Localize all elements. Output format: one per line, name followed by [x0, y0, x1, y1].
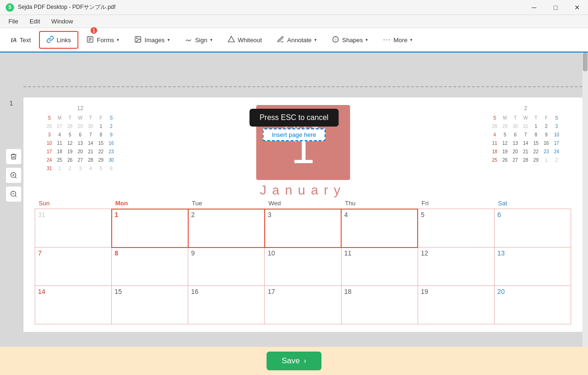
- calendar-cell-8: 8: [112, 248, 188, 286]
- scrollbar-thumb[interactable]: [583, 52, 588, 71]
- save-label: Save: [282, 356, 300, 366]
- sign-tool-button[interactable]: Sign ▾: [178, 31, 220, 49]
- svg-line-9: [15, 177, 16, 178]
- main-area: Insert page here Press ESC to cancel 1: [0, 52, 588, 347]
- calendar-cell-6: 6: [494, 209, 571, 248]
- zoom-out-button[interactable]: [6, 186, 22, 202]
- text-icon: IA: [11, 37, 17, 44]
- calendar-cell-12: 12: [418, 248, 494, 286]
- annotate-dropdown-icon: ▾: [314, 38, 317, 42]
- zoom-in-button[interactable]: [6, 167, 22, 183]
- images-dropdown-icon: ▾: [168, 38, 170, 42]
- whiteout-icon: [228, 36, 235, 45]
- delete-page-button[interactable]: [6, 149, 22, 165]
- calendar-cell-11: 11: [341, 248, 418, 286]
- calendar-cell-19: 19: [418, 286, 494, 324]
- toolbar: 1 IA Text Links Forms ▾: [0, 28, 588, 52]
- col-fri: Fri: [418, 198, 494, 209]
- col-tue: Tue: [188, 198, 265, 209]
- prev-month-calendar: 12 SMTWTFS 262728293012 3456789: [44, 105, 116, 172]
- menu-file[interactable]: File: [4, 16, 23, 26]
- text-tool-button[interactable]: IA Text: [4, 31, 38, 49]
- maximize-button[interactable]: □: [545, 0, 566, 15]
- shapes-icon: [332, 36, 339, 45]
- images-tool-button[interactable]: Images ▾: [127, 31, 177, 49]
- page-number: 1: [9, 99, 13, 107]
- shapes-tool-button[interactable]: Shapes ▾: [325, 31, 375, 49]
- forms-dropdown-icon: ▾: [117, 38, 119, 42]
- more-icon: ···: [383, 36, 390, 44]
- shapes-dropdown-icon: ▾: [366, 38, 368, 42]
- calendar-cell-13: 13: [494, 248, 571, 286]
- save-arrow-icon: ›: [304, 356, 306, 366]
- save-button[interactable]: Save ›: [267, 352, 321, 370]
- menu-edit[interactable]: Edit: [25, 16, 45, 26]
- forms-tool-button[interactable]: Forms ▾: [79, 31, 126, 49]
- col-wed: Wed: [265, 198, 341, 209]
- insert-page-bar: Insert page here: [262, 128, 326, 141]
- sign-tool-label: Sign: [195, 37, 207, 44]
- calendar-cell-18: 18: [341, 286, 418, 324]
- month-name: January: [260, 183, 346, 198]
- whiteout-tool-button[interactable]: Whiteout: [221, 31, 269, 49]
- annotate-tool-button[interactable]: Annotate ▾: [270, 31, 324, 49]
- text-tool-label: Text: [20, 37, 31, 44]
- whiteout-tool-label: Whiteout: [238, 37, 262, 44]
- svg-marker-6: [228, 36, 234, 42]
- shapes-tool-label: Shapes: [342, 37, 363, 44]
- calendar-cell-15: 15: [112, 286, 188, 324]
- calendar-cell-5: 5: [418, 209, 494, 248]
- more-dropdown-icon: ▾: [410, 38, 412, 42]
- esc-tooltip: Press ESC to cancel: [249, 109, 339, 127]
- calendar-cell-2: 2: [188, 209, 265, 248]
- calendar-cell-9: 9: [188, 248, 265, 286]
- sign-icon: [185, 36, 192, 45]
- table-row: 7 8 9 10 11 12 13: [35, 248, 571, 286]
- left-tools: [6, 149, 22, 202]
- menu-window[interactable]: Window: [46, 16, 77, 26]
- badge: 1: [91, 27, 97, 34]
- insert-page-button[interactable]: Insert page here: [262, 128, 326, 141]
- scrollbar[interactable]: [582, 52, 588, 347]
- menu-bar: File Edit Window: [0, 15, 588, 28]
- col-mon: Mon: [112, 198, 188, 209]
- forms-tool-label: Forms: [97, 37, 114, 44]
- annotate-tool-label: Annotate: [287, 37, 312, 44]
- images-tool-label: Images: [145, 37, 165, 44]
- sign-dropdown-icon: ▾: [210, 38, 213, 42]
- more-tool-button[interactable]: ··· More ▾: [376, 31, 420, 49]
- calendar-cell-1: 1: [112, 209, 188, 248]
- svg-line-13: [15, 195, 16, 197]
- calendar-cell-31-outside: 31: [35, 209, 112, 248]
- calendar-cell-16: 16: [188, 286, 265, 324]
- calendar-cell-10: 10: [265, 248, 341, 286]
- window-title: Sejda PDF Desktop - PDFサンプル.pdf: [18, 3, 115, 11]
- svg-point-5: [137, 38, 137, 38]
- minimize-button[interactable]: ─: [523, 0, 545, 15]
- bottom-bar: Save ›: [0, 347, 588, 375]
- prev-month-title: 12: [44, 105, 116, 112]
- more-tool-label: More: [394, 37, 408, 44]
- next-month-title: 2: [489, 105, 562, 112]
- separator-line: [23, 86, 582, 87]
- window-controls: ─ □ ✕: [523, 0, 588, 15]
- links-icon: [46, 36, 54, 45]
- app-icon: S: [6, 3, 14, 12]
- annotate-icon: [277, 36, 284, 45]
- col-sun: Sun: [35, 198, 112, 209]
- next-month-calendar: 2 SMTWTFS 28293031123 45678910: [489, 105, 562, 164]
- table-row: 14 15 16 17 18 19 20: [35, 286, 571, 324]
- links-tool-button[interactable]: Links: [39, 31, 78, 49]
- calendar-cell-14: 14: [35, 286, 112, 324]
- calendar-cell-7: 7: [35, 248, 112, 286]
- calendar-cell-3: 3: [265, 209, 341, 248]
- calendar-cell-17: 17: [265, 286, 341, 324]
- col-sat: Sat: [494, 198, 571, 209]
- images-icon: [134, 36, 142, 45]
- calendar-cell-20: 20: [494, 286, 571, 324]
- col-thu: Thu: [341, 198, 418, 209]
- forms-icon: [86, 36, 94, 45]
- calendar-cell-4: 4: [341, 209, 418, 248]
- close-button[interactable]: ✕: [566, 0, 588, 15]
- title-bar: S Sejda PDF Desktop - PDFサンプル.pdf ─ □ ✕: [0, 0, 588, 15]
